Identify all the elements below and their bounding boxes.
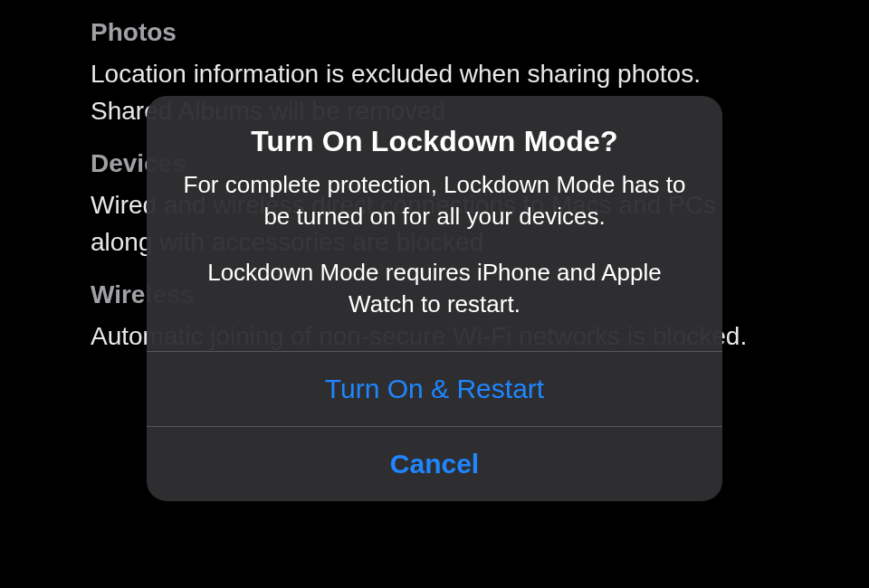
alert-message-1: For complete protection, Lockdown Mode h… [174,169,695,232]
cancel-button[interactable]: Cancel [147,426,722,501]
alert-title: Turn On Lockdown Mode? [174,125,695,158]
turn-on-restart-button[interactable]: Turn On & Restart [147,351,722,426]
lockdown-mode-alert: Turn On Lockdown Mode? For complete prot… [147,96,722,500]
alert-body: Turn On Lockdown Mode? For complete prot… [147,96,722,350]
modal-overlay: Turn On Lockdown Mode? For complete prot… [0,0,869,588]
alert-message-2: Lockdown Mode requires iPhone and Apple … [174,257,695,320]
